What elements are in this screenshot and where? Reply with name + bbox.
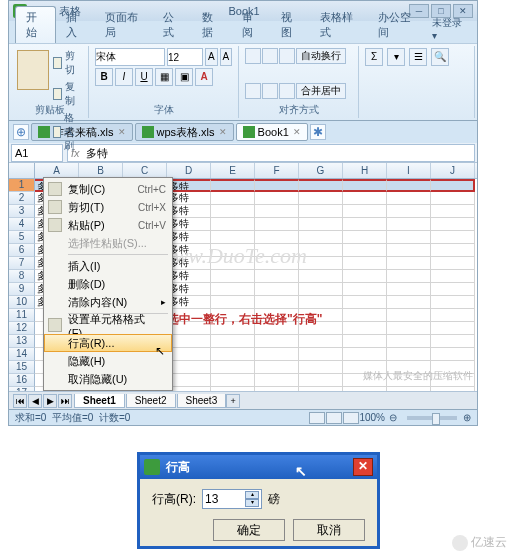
align-center-button[interactable] [262, 83, 278, 99]
merge-center-button[interactable]: 合并居中 [296, 83, 346, 99]
fill-button[interactable]: ▾ [387, 48, 405, 66]
row-height-spinner[interactable]: ▴ ▾ [202, 489, 262, 509]
doc-tab-2[interactable]: wps表格.xls✕ [135, 123, 234, 141]
cell[interactable] [167, 348, 211, 361]
row-header[interactable]: 16 [9, 374, 35, 387]
cell[interactable] [431, 296, 475, 309]
cell[interactable] [299, 218, 343, 231]
cell[interactable] [299, 374, 343, 387]
menu-format-cells[interactable]: 设置单元格格式(F)... [44, 316, 172, 334]
shrink-font-button[interactable]: A [220, 48, 233, 66]
cell[interactable] [343, 218, 387, 231]
cell[interactable] [299, 270, 343, 283]
add-sheet-button[interactable]: + [226, 394, 240, 408]
cell[interactable]: 多特 [167, 257, 211, 270]
col-header[interactable]: E [211, 163, 255, 178]
col-header[interactable]: H [343, 163, 387, 178]
cell[interactable]: 多特 [167, 192, 211, 205]
cell[interactable]: 多特 [167, 231, 211, 244]
cell[interactable] [387, 283, 431, 296]
row-header[interactable]: 15 [9, 361, 35, 374]
cell[interactable] [255, 270, 299, 283]
cell[interactable] [343, 309, 387, 322]
col-header[interactable]: I [387, 163, 431, 178]
cell[interactable]: 多特 [167, 270, 211, 283]
menu-cut[interactable]: 剪切(T)Ctrl+X [44, 198, 172, 216]
cell[interactable] [255, 179, 299, 192]
cell[interactable] [211, 283, 255, 296]
close-tab-icon[interactable]: ✕ [219, 127, 227, 137]
dialog-close-button[interactable]: ✕ [353, 458, 373, 476]
cell[interactable] [431, 322, 475, 335]
row-header[interactable]: 10 [9, 296, 35, 309]
cell[interactable]: 多特 [167, 296, 211, 309]
sheet-nav-first[interactable]: ⏮ [13, 394, 27, 408]
menu-delete[interactable]: 删除(D) [44, 275, 172, 293]
cell[interactable]: 多特 [167, 218, 211, 231]
cell[interactable] [211, 361, 255, 374]
col-header[interactable]: C [123, 163, 167, 178]
close-tab-icon[interactable]: ✕ [293, 127, 301, 137]
tab-insert[interactable]: 插入 [56, 7, 95, 43]
cell[interactable] [299, 244, 343, 257]
cell[interactable] [211, 270, 255, 283]
cell[interactable] [211, 244, 255, 257]
cell[interactable] [299, 348, 343, 361]
cell[interactable] [343, 283, 387, 296]
font-size-select[interactable] [167, 48, 203, 66]
bold-button[interactable]: B [95, 68, 113, 86]
spin-up-button[interactable]: ▴ [245, 491, 259, 499]
cell[interactable] [387, 335, 431, 348]
row-height-input[interactable] [205, 492, 245, 506]
row-header[interactable]: 11 [9, 309, 35, 322]
cell[interactable] [299, 192, 343, 205]
cell[interactable] [343, 270, 387, 283]
cell[interactable] [299, 179, 343, 192]
zoom-slider[interactable] [407, 416, 457, 420]
cell[interactable] [255, 231, 299, 244]
cell[interactable] [211, 348, 255, 361]
cell[interactable]: 多特 [167, 205, 211, 218]
cell[interactable] [255, 296, 299, 309]
row-header[interactable]: 8 [9, 270, 35, 283]
cell[interactable] [431, 244, 475, 257]
cell[interactable] [387, 309, 431, 322]
cell[interactable] [167, 374, 211, 387]
cell[interactable] [431, 231, 475, 244]
row-header[interactable]: 13 [9, 335, 35, 348]
cell[interactable] [431, 309, 475, 322]
cancel-button[interactable]: 取消 [293, 519, 365, 541]
cell[interactable]: 多特 [167, 179, 211, 192]
cell[interactable] [211, 296, 255, 309]
select-all-corner[interactable] [9, 163, 35, 178]
cell[interactable]: 多特 [167, 283, 211, 296]
menu-row-height[interactable]: 行高(R)...↖ [44, 334, 172, 352]
cell[interactable] [387, 296, 431, 309]
tab-view[interactable]: 视图 [271, 7, 310, 43]
sheet-tab-1[interactable]: Sheet1 [74, 394, 125, 408]
cell[interactable] [299, 205, 343, 218]
ok-button[interactable]: 确定 [213, 519, 285, 541]
sheet-tab-2[interactable]: Sheet2 [126, 394, 176, 408]
cell[interactable] [387, 218, 431, 231]
cell[interactable] [387, 257, 431, 270]
wrap-text-button[interactable]: 自动换行 [296, 48, 346, 64]
cell[interactable] [299, 335, 343, 348]
cell[interactable] [255, 218, 299, 231]
cell[interactable] [343, 231, 387, 244]
align-top-button[interactable] [245, 48, 261, 64]
dialog-title-bar[interactable]: 行高 ✕ ↖ [140, 455, 377, 479]
tab-table-style[interactable]: 表格样式 [310, 7, 368, 43]
cell[interactable] [255, 283, 299, 296]
find-button[interactable]: 🔍 [431, 48, 449, 66]
cell[interactable] [211, 218, 255, 231]
grow-font-button[interactable]: A [205, 48, 218, 66]
underline-button[interactable]: U [135, 68, 153, 86]
row-header[interactable]: 3 [9, 205, 35, 218]
cell[interactable] [211, 374, 255, 387]
cell[interactable] [343, 205, 387, 218]
cell[interactable] [343, 179, 387, 192]
view-normal-button[interactable] [309, 412, 325, 424]
cell[interactable] [211, 179, 255, 192]
signin-link[interactable]: 未登录 ▾ [426, 14, 471, 43]
